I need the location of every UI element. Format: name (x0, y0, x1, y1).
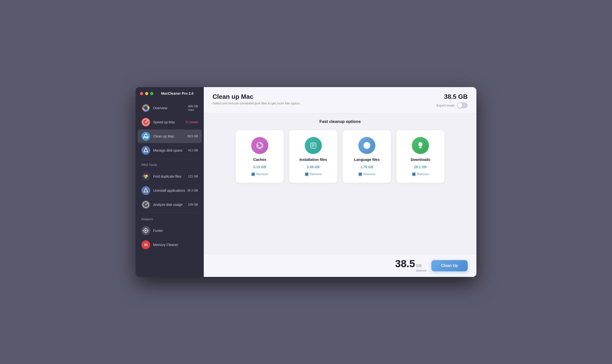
disk-label: Manage disk space (153, 148, 188, 152)
duplicates-icon (141, 172, 150, 181)
svg-point-7 (141, 146, 150, 155)
disk-badge: 411 GB (188, 149, 198, 152)
overview-icon (141, 104, 150, 112)
sidebar-item-speedup[interactable]: Speed up Mac 11 Issues (138, 115, 202, 129)
downloads-icon (412, 137, 429, 154)
minimize-button[interactable] (145, 92, 148, 95)
section-title: Fast cleanup options (213, 119, 468, 124)
installation-size: 2.48 GB (307, 165, 320, 169)
caches-remove-label: Remove (256, 172, 268, 176)
expert-mode-row: Expert mode (437, 103, 468, 108)
cleanup-label: Clean up Mac (153, 134, 187, 138)
sidebar: MacCleaner Pro 2.0 (136, 87, 204, 277)
footer-size-number: 38.5 (395, 259, 415, 269)
sidebar-pro-nav: Find duplicate files 121 GB Uninstall ap… (136, 168, 204, 212)
caches-checkbox[interactable] (252, 172, 255, 176)
card-installation: Installation files 2.48 GB Remove (289, 130, 338, 183)
app-title: MacCleaner Pro 2.0 (155, 91, 199, 95)
language-remove-label: Remove (363, 172, 375, 176)
svg-text:m: m (144, 243, 147, 247)
language-remove[interactable]: Remove (359, 172, 375, 176)
main-footer: 38.5 GB Selected Clean Up (204, 254, 476, 277)
total-size: 38.5 GB (444, 93, 468, 101)
memory-icon: m (141, 240, 150, 249)
cleanup-badge: 38.5 GB (187, 135, 198, 138)
sidebar-item-disk[interactable]: Manage disk space 411 GB (138, 143, 202, 157)
installation-checkbox[interactable] (305, 172, 308, 176)
duplicates-badge: 121 GB (188, 175, 198, 178)
sidebar-main-nav: Overview 406 GBUsed Speed up Mac 11 Issu… (136, 100, 204, 158)
caches-remove[interactable]: Remove (252, 172, 268, 176)
footer-size: 38.5 GB Selected (395, 259, 426, 273)
disk-icon (141, 146, 150, 155)
sidebar-item-uninstall[interactable]: Uninstall applications 36.3 GB (138, 184, 202, 197)
main-header: Clean up Mac Select and remove unneeded … (204, 87, 476, 113)
downloads-remove[interactable]: Remove (412, 172, 429, 176)
maximize-button[interactable] (150, 92, 153, 95)
card-downloads: Downloads 28.1 GB Remove (396, 130, 445, 183)
svg-point-1 (144, 106, 147, 110)
svg-point-12 (145, 176, 147, 179)
svg-point-18 (145, 204, 146, 205)
duplicates-label: Find duplicate files (153, 174, 188, 178)
cleanup-icon (141, 132, 150, 141)
sidebar-item-funter[interactable]: Funter (138, 224, 202, 237)
cleanup-cards: Caches 6.15 GB Remove (213, 130, 468, 183)
language-icon (358, 137, 375, 154)
sidebar-item-duplicates[interactable]: Find duplicate files 121 GB (138, 169, 202, 183)
sidebar-item-analyze[interactable]: Analyze disk usage 239 GB (138, 198, 202, 211)
sidebar-item-memory[interactable]: m Memory Cleaner (138, 238, 202, 252)
caches-name: Caches (253, 157, 266, 162)
language-checkbox[interactable] (359, 172, 362, 176)
uninstall-icon (141, 186, 150, 195)
app-window: MacCleaner Pro 2.0 (136, 87, 476, 277)
svg-point-5 (145, 122, 146, 123)
pro-divider (139, 159, 200, 159)
downloads-checkbox[interactable] (412, 172, 415, 176)
uninstall-label: Uninstall applications (153, 189, 187, 193)
funter-icon (141, 226, 150, 235)
installation-icon (305, 137, 322, 154)
downloads-name: Downloads (411, 157, 430, 162)
expert-mode-toggle[interactable] (457, 103, 468, 108)
overview-label: Overview (153, 106, 188, 110)
language-name: Language files (354, 157, 380, 162)
close-button[interactable] (140, 92, 143, 95)
svg-point-38 (419, 142, 422, 146)
analyze-icon (141, 200, 150, 209)
cleanup-button[interactable]: Clean Up (431, 260, 468, 271)
sidebar-item-cleanup[interactable]: Clean up Mac 38.5 GB (138, 130, 202, 143)
overview-badge: 406 GBUsed (188, 105, 198, 111)
page-title: Clean up Mac (213, 93, 300, 101)
card-language: Language files 1.76 GB Remove (343, 130, 391, 183)
helpers-section-label: Helpers (136, 214, 204, 222)
speedup-label: Speed up Mac (153, 120, 186, 124)
sidebar-helpers-nav: Funter m Memory Cleaner (136, 222, 204, 252)
helpers-divider (139, 213, 200, 213)
title-block: Clean up Mac Select and remove unneeded … (213, 93, 300, 105)
downloads-size: 28.1 GB (414, 165, 427, 169)
main-content: Clean up Mac Select and remove unneeded … (204, 87, 476, 277)
installation-remove[interactable]: Remove (305, 172, 321, 176)
speedup-badge: 11 Issues (186, 120, 198, 124)
installation-name: Installation files (299, 157, 327, 162)
uninstall-badge: 36.3 GB (187, 189, 198, 192)
downloads-remove-label: Remove (417, 172, 429, 176)
svg-point-21 (145, 230, 146, 231)
expert-mode-label: Expert mode (437, 104, 454, 107)
svg-point-13 (141, 186, 150, 195)
speedup-icon (141, 118, 150, 127)
funter-label: Funter (153, 229, 198, 233)
caches-size: 6.15 GB (253, 165, 266, 169)
header-right: 38.5 GB Expert mode (437, 93, 468, 108)
sidebar-item-overview[interactable]: Overview 406 GBUsed (138, 101, 202, 115)
installation-remove-label: Remove (310, 172, 321, 176)
card-caches: Caches 6.15 GB Remove (235, 130, 284, 183)
page-subtitle: Select and remove unneeded junk files to… (213, 102, 300, 105)
analyze-label: Analyze disk usage (153, 203, 188, 207)
svg-point-6 (141, 132, 150, 141)
analyze-badge: 239 GB (188, 203, 198, 206)
caches-icon (251, 137, 268, 154)
titlebar: MacCleaner Pro 2.0 (136, 87, 204, 100)
footer-size-unit: GB Selected (416, 264, 426, 273)
